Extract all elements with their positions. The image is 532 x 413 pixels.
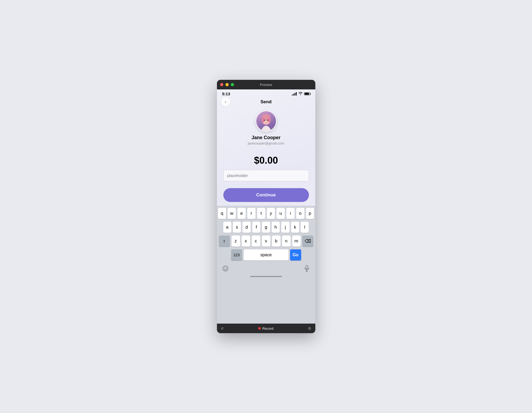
key-h[interactable]: h xyxy=(272,222,280,233)
svg-point-8 xyxy=(223,266,228,271)
microphone-button[interactable] xyxy=(301,263,312,274)
refresh-icon[interactable]: ↺ xyxy=(221,327,224,331)
key-b[interactable]: b xyxy=(272,236,280,247)
amount-display: $0.00 xyxy=(254,155,278,166)
contact-email: janecooper@gmail.com xyxy=(248,141,284,145)
battery-icon xyxy=(304,92,310,95)
status-time: 5:13 xyxy=(222,92,230,96)
svg-point-6 xyxy=(267,120,268,121)
avatar-image xyxy=(256,111,276,131)
page-title: Send xyxy=(261,99,272,105)
wifi-icon xyxy=(298,92,303,96)
record-section[interactable]: Record xyxy=(258,327,274,331)
key-x[interactable]: x xyxy=(242,236,250,247)
space-key[interactable]: space xyxy=(244,249,288,261)
go-key[interactable]: Go xyxy=(290,249,301,261)
key-n[interactable]: n xyxy=(282,236,291,247)
key-z[interactable]: z xyxy=(232,236,240,247)
keyboard-row-1: q w e r t y u i o p xyxy=(218,208,314,219)
key-w[interactable]: w xyxy=(228,208,236,219)
bottom-toolbar: ↺ Record ⚙ xyxy=(217,324,315,333)
app-header: ‹ Send xyxy=(217,97,315,108)
key-q[interactable]: q xyxy=(218,208,226,219)
title-bar: Preview xyxy=(217,80,315,89)
note-input[interactable] xyxy=(223,170,309,181)
key-f[interactable]: f xyxy=(252,222,260,233)
delete-key[interactable]: ⌫ xyxy=(302,236,313,247)
svg-point-10 xyxy=(226,268,226,268)
mac-window: Preview 5:13 xyxy=(217,80,315,333)
shift-key[interactable]: ⇧ xyxy=(219,236,230,247)
record-dot-icon xyxy=(258,327,261,330)
maximize-button[interactable] xyxy=(231,83,234,86)
key-a[interactable]: a xyxy=(223,222,231,233)
numbers-key[interactable]: 123 xyxy=(231,249,242,261)
key-s[interactable]: s xyxy=(233,222,241,233)
key-c[interactable]: c xyxy=(252,236,260,247)
key-y[interactable]: y xyxy=(267,208,275,219)
key-j[interactable]: j xyxy=(281,222,289,233)
avatar-section: Jane Cooper janecooper@gmail.com xyxy=(217,108,315,151)
settings-icon[interactable]: ⚙ xyxy=(308,326,311,331)
keyboard-row-4: 123 space Go xyxy=(218,249,314,261)
phone-screen: 5:13 xyxy=(217,89,315,324)
key-r[interactable]: r xyxy=(247,208,255,219)
emoji-button[interactable] xyxy=(220,263,231,274)
keyboard-row-3: ⇧ z x c v b n m ⌫ xyxy=(218,236,314,247)
chevron-left-icon: ‹ xyxy=(225,100,226,104)
key-g[interactable]: g xyxy=(262,222,270,233)
traffic-lights xyxy=(220,83,234,86)
keyboard: q w e r t y u i o p a s d f g h j k xyxy=(217,206,315,324)
status-icons xyxy=(292,92,310,96)
svg-point-7 xyxy=(266,122,266,122)
key-i[interactable]: i xyxy=(286,208,295,219)
minimize-button[interactable] xyxy=(225,83,229,86)
svg-point-5 xyxy=(264,120,265,121)
key-k[interactable]: k xyxy=(291,222,299,233)
contact-name: Jane Cooper xyxy=(252,135,280,141)
keyboard-row-2: a s d f g h j k l xyxy=(218,222,314,233)
key-m[interactable]: m xyxy=(292,236,301,247)
signal-bars-icon xyxy=(292,92,297,96)
keyboard-bottom-row xyxy=(218,263,314,274)
svg-point-9 xyxy=(224,268,225,268)
key-e[interactable]: e xyxy=(237,208,246,219)
key-v[interactable]: v xyxy=(262,236,270,247)
back-button[interactable]: ‹ xyxy=(221,97,230,106)
key-u[interactable]: u xyxy=(277,208,285,219)
avatar xyxy=(255,110,277,132)
home-indicator xyxy=(218,274,314,279)
key-o[interactable]: o xyxy=(296,208,304,219)
key-t[interactable]: t xyxy=(257,208,265,219)
status-bar: 5:13 xyxy=(217,89,315,97)
continue-button[interactable]: Continue xyxy=(223,188,309,202)
home-bar xyxy=(250,276,282,277)
key-d[interactable]: d xyxy=(242,222,250,233)
amount-section: $0.00 xyxy=(217,151,315,184)
record-label: Record xyxy=(262,327,274,331)
window-title: Preview xyxy=(260,83,272,87)
key-l[interactable]: l xyxy=(301,222,309,233)
close-button[interactable] xyxy=(220,83,223,86)
svg-rect-11 xyxy=(306,266,308,269)
key-p[interactable]: p xyxy=(306,208,314,219)
